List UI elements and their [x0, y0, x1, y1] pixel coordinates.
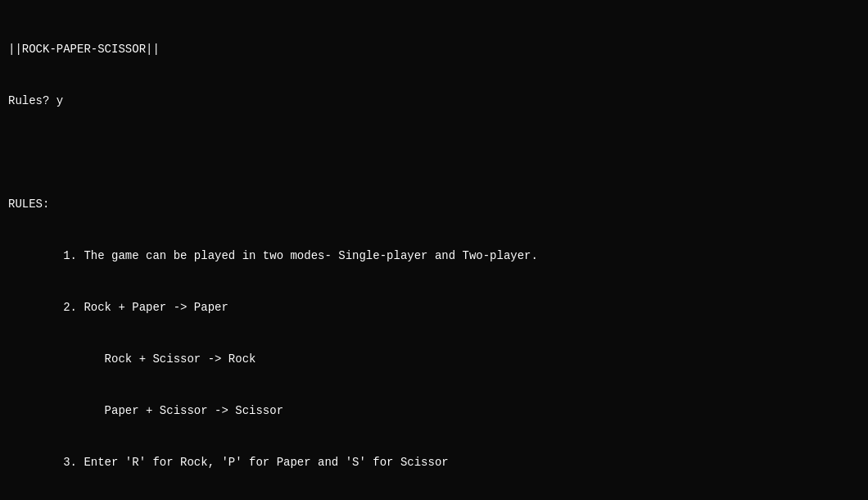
rule-2a: Rock + Scissor -> Rock [8, 351, 860, 368]
rule-2: 2. Rock + Paper -> Paper [8, 299, 860, 316]
rules-prompt: Rules? y [8, 93, 860, 110]
terminal-window: ||ROCK-PAPER-SCISSOR|| Rules? y RULES: 1… [8, 7, 860, 500]
rule-1: 1. The game can be played in two modes- … [8, 248, 860, 265]
rules-header: RULES: [8, 196, 860, 213]
rule-3: 3. Enter 'R' for Rock, 'P' for Paper and… [8, 454, 860, 471]
blank-line-1 [8, 144, 860, 161]
rule-2b: Paper + Scissor -> Scissor [8, 402, 860, 420]
title-line: ||ROCK-PAPER-SCISSOR|| [8, 41, 860, 58]
